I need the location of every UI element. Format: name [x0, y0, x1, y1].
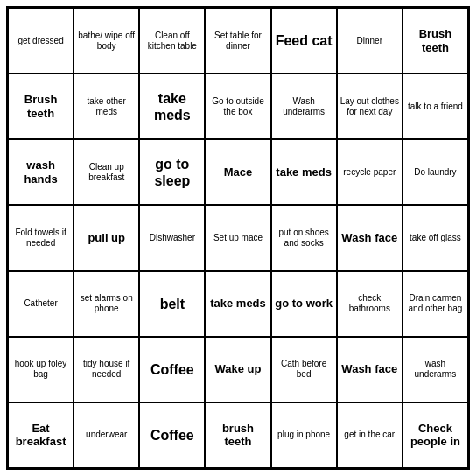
bingo-cell-19: recycle paper	[337, 139, 402, 205]
bingo-cell-29: set alarms on phone	[74, 271, 139, 337]
bingo-cell-32: go to work	[271, 271, 337, 337]
bingo-cell-20: Do laundry	[402, 139, 468, 205]
bingo-cell-14: wash hands	[8, 139, 74, 205]
bingo-cell-39: Cath before bed	[271, 337, 337, 402]
bingo-cell-7: Brush teeth	[8, 74, 74, 139]
bingo-cell-40: Wash face	[337, 337, 402, 402]
bingo-cell-4: Feed cat	[271, 8, 337, 74]
bingo-cell-41: wash underarms	[402, 337, 468, 402]
bingo-cell-33: check bathrooms	[337, 271, 402, 337]
bingo-cell-27: take off glass	[402, 205, 468, 270]
bingo-cell-35: hook up foley bag	[8, 337, 74, 402]
bingo-grid: get dressedbathe/ wipe off bodyClean off…	[6, 6, 470, 470]
bingo-cell-26: Wash face	[337, 205, 402, 270]
bingo-cell-9: take meds	[139, 74, 205, 139]
bingo-cell-13: talk to a friend	[402, 74, 468, 139]
bingo-cell-8: take other meds	[74, 74, 139, 139]
bingo-cell-31: take meds	[205, 271, 270, 337]
bingo-cell-37: Coffee	[139, 337, 205, 402]
bingo-cell-48: Check people in	[402, 402, 468, 468]
bingo-cell-10: Go to outside the box	[205, 74, 270, 139]
bingo-cell-2: Clean off kitchen table	[139, 8, 205, 74]
bingo-cell-38: Wake up	[205, 337, 270, 402]
bingo-cell-12: Lay out clothes for next day	[337, 74, 402, 139]
bingo-cell-18: take meds	[271, 139, 337, 205]
bingo-cell-43: underwear	[74, 402, 139, 468]
bingo-cell-45: brush teeth	[205, 402, 270, 468]
bingo-cell-36: tidy house if needed	[74, 337, 139, 402]
bingo-cell-1: bathe/ wipe off body	[74, 8, 139, 74]
bingo-cell-28: Catheter	[8, 271, 74, 337]
bingo-cell-25: put on shoes and socks	[271, 205, 337, 270]
bingo-cell-16: go to sleep	[139, 139, 205, 205]
bingo-cell-46: plug in phone	[271, 402, 337, 468]
bingo-cell-6: Brush teeth	[402, 8, 468, 74]
bingo-cell-34: Drain carmen and other bag	[402, 271, 468, 337]
bingo-cell-30: belt	[139, 271, 205, 337]
bingo-cell-44: Coffee	[139, 402, 205, 468]
bingo-cell-17: Mace	[205, 139, 270, 205]
bingo-cell-15: Clean up breakfast	[74, 139, 139, 205]
bingo-cell-47: get in the car	[337, 402, 402, 468]
bingo-cell-22: pull up	[74, 205, 139, 270]
bingo-cell-0: get dressed	[8, 8, 74, 74]
bingo-cell-24: Set up mace	[205, 205, 270, 270]
bingo-cell-3: Set table for dinner	[205, 8, 270, 74]
bingo-cell-11: Wash underarms	[271, 74, 337, 139]
bingo-cell-42: Eat breakfast	[8, 402, 74, 468]
bingo-cell-21: Fold towels if needed	[8, 205, 74, 270]
bingo-cell-23: Dishwasher	[139, 205, 205, 270]
bingo-cell-5: Dinner	[337, 8, 402, 74]
